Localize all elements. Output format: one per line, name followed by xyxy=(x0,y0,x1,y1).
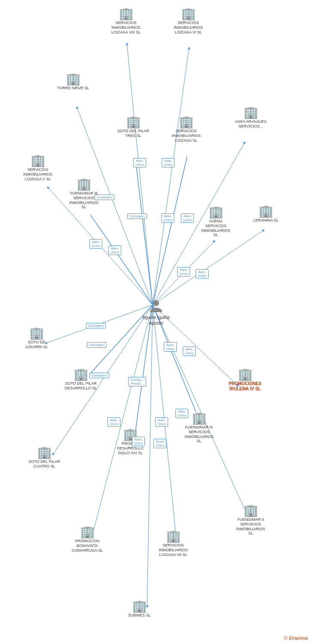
brand-name: Empresa xyxy=(289,635,308,641)
badge-adm-unico-2: Adm.Unico xyxy=(162,158,175,167)
node-fuengimar-iii: 🏢 FUENGIMAR III SERVICIOS INMOBILIARIOS … xyxy=(67,178,101,210)
building-icon: 🏢 xyxy=(66,73,81,85)
node-label: LERAMINA SL xyxy=(253,218,279,223)
node-label: SOTO DEL PILAR TRES SL xyxy=(116,129,150,138)
copyright-symbol: © xyxy=(284,635,288,641)
node-fuengimar-ii: 🏢 FUENGIMAR II SERVICIOS INMOBILIARIOS S… xyxy=(233,504,268,536)
badge-adm-unico-6: Adm.Unico xyxy=(108,246,121,255)
svg-line-19 xyxy=(147,305,153,608)
svg-point-20 xyxy=(153,300,159,306)
node-label: AVEMA SERVICIOS INMOBILIARIOS SL xyxy=(199,219,233,237)
building-icon: 🏢 xyxy=(209,206,224,218)
center-person-label: Aguirre Iguiñiz Agustin xyxy=(139,315,173,326)
node-soto-pilar-des: 🏢 SOTO DEL PILAR DESARROLLO SL xyxy=(64,368,98,391)
node-label: FUENGIMAR II SERVICIOS INMOBILIARIOS SL xyxy=(233,517,268,536)
node-label: PROMOCIONES IRULEMA IV SL xyxy=(228,381,262,392)
node-label: SERVICIOS INMOBILIARIOS LOIZAGA SL xyxy=(169,129,203,143)
badge-socio-unico: SocioÚnico xyxy=(153,439,166,448)
building-icon: 🏢 xyxy=(179,116,194,128)
node-serv-loizaga-sl: 🏢 SERVICIOS INMOBILIARIOS LOIZAGA SL xyxy=(169,116,203,143)
node-label: SERVICIOS INMOBILIARIOS LOIZAGA VIII SL xyxy=(109,21,143,34)
node-label: PROMOCION BONAVISTA COMARRUGA SL xyxy=(70,539,104,553)
svg-line-1 xyxy=(153,47,189,305)
building-icon: 🏢 xyxy=(126,116,141,128)
footer: © Empresa xyxy=(284,635,308,641)
badge-consej-presid: Consej...Presid... xyxy=(128,377,146,386)
building-icon: 🏢 xyxy=(29,327,44,339)
building-icon: 🏢 xyxy=(37,447,52,459)
building-icon: 🏢 xyxy=(132,600,147,612)
badge-adm-unico-5: Adm.Unico xyxy=(89,239,102,249)
badge-consejero-3: Consejero xyxy=(86,323,106,328)
badge-adm-unico-8: Adm.Unico xyxy=(196,269,209,279)
badge-consejero-4: Consejero xyxy=(87,342,107,348)
badge-adm-unico-10: Adm.Unico xyxy=(183,346,196,356)
building-icon: 🏢 xyxy=(119,8,134,20)
node-avema: 🏢 AVEMA SERVICIOS INMOBILIARIOS SL xyxy=(199,206,233,237)
badge-adm-unico-11: Adm.Unico xyxy=(107,417,120,427)
badge-consejero-2: Consejero xyxy=(127,213,147,219)
badge-consejero-5: Consejero xyxy=(89,373,109,378)
center-person-node: Aguirre Iguiñiz Agustin xyxy=(139,298,173,326)
node-serv-loizaga-vi: 🏢 SERVICIOS INMOBILIARIOS LOIZAGA VI SL xyxy=(171,8,206,34)
building-icon: 🏢 xyxy=(243,504,258,516)
building-icon: 🏢 xyxy=(238,368,253,380)
badge-adm-unico-14: Adm.Unico xyxy=(132,437,145,446)
node-agfa-aranjuez: 🏢 AGFA ARANJUEZ SERVICIOS... xyxy=(233,106,268,129)
svg-line-4 xyxy=(153,157,187,305)
node-serv-loizaga-v: 🏢 SERVICIOS INMOBILIARIOS LOIZAGA V SL xyxy=(21,155,55,181)
building-icon: 🏢 xyxy=(258,205,273,217)
person-icon xyxy=(148,298,164,314)
node-label: TORRE NIEVE SL xyxy=(57,86,89,91)
node-label: FUENGIMAR III SERVICIOS INMOBILIARIOS SL xyxy=(67,191,101,210)
svg-line-18 xyxy=(153,305,247,515)
node-promociones-irulema: 🏢 PROMOCIONES IRULEMA IV SL xyxy=(228,368,262,392)
badge-consejero-1: Consejero xyxy=(95,194,114,200)
node-label: SOTO DEL PILAR CUATRO SL xyxy=(27,459,61,469)
building-icon: 🏢 xyxy=(77,178,92,190)
node-serv-loizaga-viii: 🏢 SERVICIOS INMOBILIARIOS LOIZAGA VIII S… xyxy=(109,8,143,34)
node-serv-loizaga-vii: 🏢 SERVICIOS INMOBILIARIOS LOIZAGA VII SL xyxy=(156,530,190,557)
node-leramina: 🏢 LERAMINA SL xyxy=(253,205,279,223)
building-icon: 🏢 xyxy=(192,412,207,424)
badge-adm-unico-3: Adm.Unico xyxy=(161,213,174,223)
building-icon: 🏢 xyxy=(181,8,196,20)
node-zubines: 🏢 ZUBINES SL xyxy=(128,600,151,618)
badge-adm-unico-7: Adm.Unico xyxy=(177,267,190,276)
node-label: SERVICIOS INMOBILIARIOS LOIZAGA VII SL xyxy=(156,543,190,557)
node-label: SOTO DEL PILAR DESARROLLO SL xyxy=(64,381,98,391)
building-icon: 🏢 xyxy=(74,368,89,380)
svg-line-9 xyxy=(153,230,264,305)
node-promocion-bonavista: 🏢 PROMOCION BONAVISTA COMARRUGA SL xyxy=(70,526,104,553)
node-label: FUENGIMAR IV SERVICIOS INMOBILIARIOS SL xyxy=(182,425,216,444)
node-torre-nieve: 🏢 TORRE NIEVE SL xyxy=(57,73,89,91)
node-label: ZUBINES SL xyxy=(128,613,151,618)
badge-adm-unico-1: Adm.Unico xyxy=(133,158,146,167)
building-icon: 🏢 xyxy=(243,106,258,118)
building-icon: 🏢 xyxy=(80,526,95,538)
svg-line-0 xyxy=(127,43,153,305)
node-label: SERVICIOS INMOBILIARIOS LOIZAGA VI SL xyxy=(171,21,206,34)
svg-line-16 xyxy=(92,305,153,535)
node-soto-pilar-tres: 🏢 SOTO DEL PILAR TRES SL xyxy=(116,116,150,138)
node-soto-azkorri: 🏢 SOTO DE AZKORRI SL xyxy=(19,327,54,349)
badge-adm-unico-13: Adm.Unico xyxy=(175,409,188,418)
node-label: AGFA ARANJUEZ SERVICIOS... xyxy=(233,119,268,129)
badge-adm-unico-12: Adm.Unico xyxy=(155,417,168,427)
node-label: SOTO DE AZKORRI SL xyxy=(19,340,54,349)
node-label: SERVICIOS INMOBILIARIOS LOIZAGA V SL xyxy=(21,167,55,181)
building-icon: 🏢 xyxy=(166,530,181,542)
node-soto-pilar-cuatro: 🏢 SOTO DEL PILAR CUATRO SL xyxy=(27,447,61,469)
building-icon: 🏢 xyxy=(31,155,46,167)
badge-adm-unico-9: Adm.Unico xyxy=(164,342,177,352)
badge-adm-unico-4: Adm.Unico xyxy=(181,213,194,223)
